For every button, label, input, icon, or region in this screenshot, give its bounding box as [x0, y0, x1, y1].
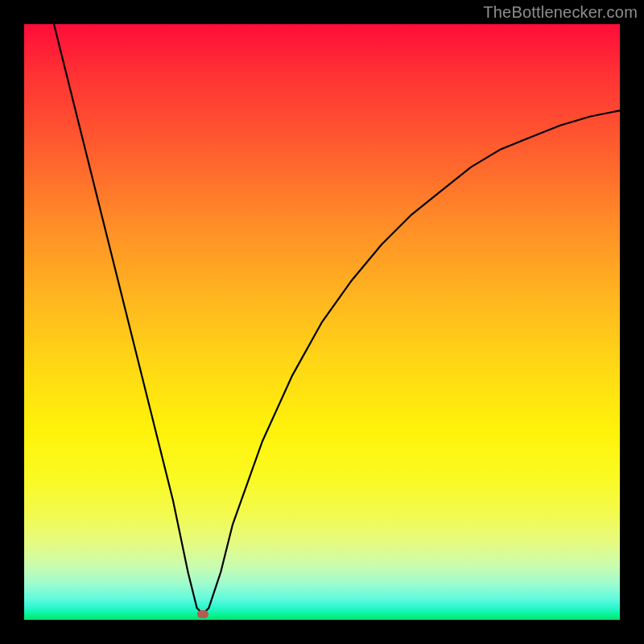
- plot-area: [24, 24, 620, 620]
- curve-path: [54, 24, 620, 614]
- watermark-text: TheBottlenecker.com: [483, 3, 638, 22]
- chart-frame: TheBottlenecker.com: [0, 0, 644, 644]
- optimum-marker: [197, 610, 208, 618]
- curve-svg: [24, 24, 620, 620]
